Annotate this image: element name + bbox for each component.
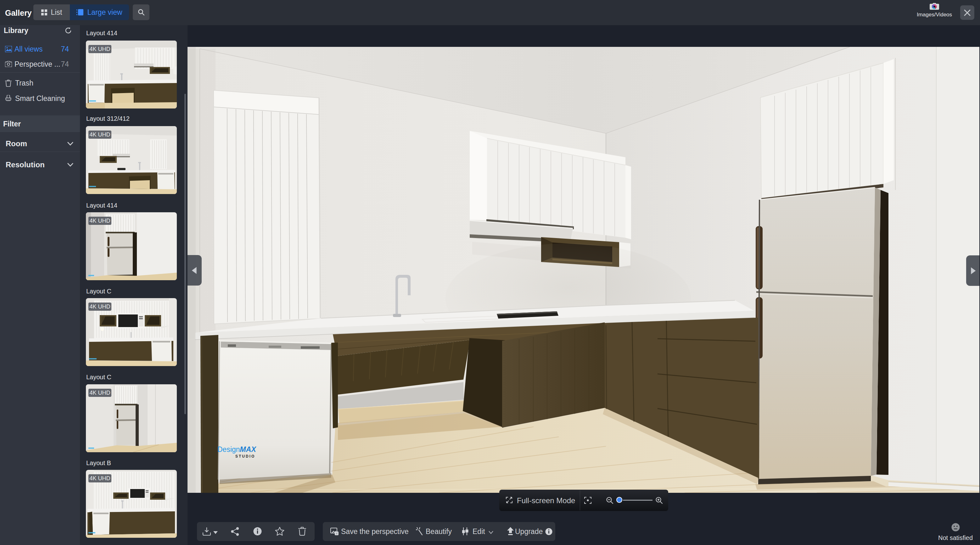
svg-text:STUDIO: STUDIO	[235, 454, 255, 459]
svg-text:DesignMAX: DesignMAX	[217, 445, 256, 453]
